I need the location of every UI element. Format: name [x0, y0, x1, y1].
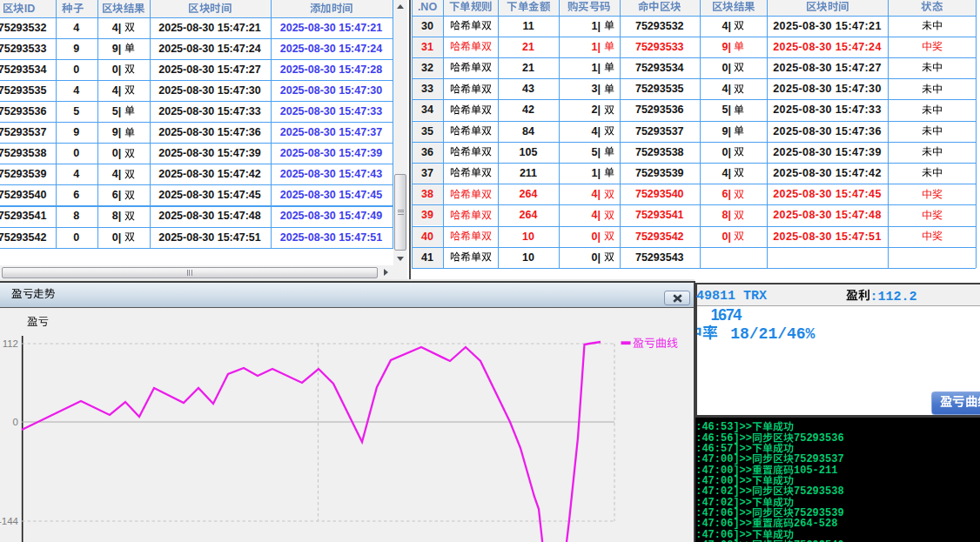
- svg-text:-144: -144: [0, 516, 19, 526]
- svg-text:112: 112: [3, 338, 18, 349]
- svg-text:0: 0: [13, 417, 18, 427]
